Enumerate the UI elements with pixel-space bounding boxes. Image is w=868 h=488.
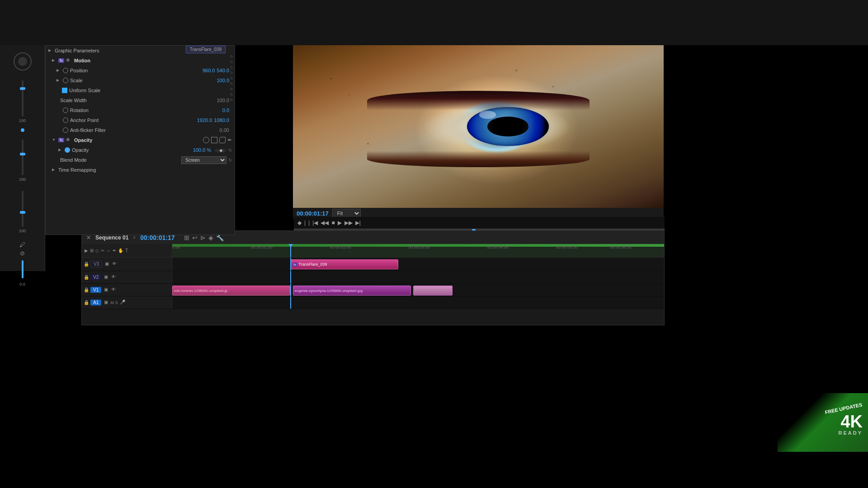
a1-m-btn[interactable]: M (110, 300, 114, 305)
opacity-fx-badge: fx (58, 138, 64, 142)
time-remap-expand-arrow[interactable]: ▶ (52, 168, 57, 172)
brush-icon[interactable]: 🖊 (19, 241, 25, 248)
slider-1-group: 100 (19, 79, 26, 123)
opacity-circle-icon[interactable] (203, 137, 209, 143)
opacity-square-icon[interactable] (211, 137, 217, 143)
fx-clip-badge: fx (292, 263, 297, 267)
anchor-x[interactable]: 1920.0 (197, 117, 212, 123)
pb-edit-icon[interactable]: | (308, 220, 310, 226)
a1-track-controls: 🔒 A1 ▣ M S 🎤 (82, 296, 172, 309)
a1-s-btn[interactable]: S (115, 300, 118, 305)
pb-add-marker-icon[interactable]: | (304, 220, 306, 226)
pb-play-icon[interactable]: ▶ (338, 220, 342, 226)
slider-2[interactable] (22, 139, 24, 175)
slider-2-value: 100 (19, 177, 26, 182)
slider-3-thumb[interactable] (20, 211, 25, 214)
opacity-reset-btn[interactable]: ↻ (228, 148, 232, 153)
v1-camera-icon[interactable]: ▣ (103, 287, 109, 293)
fit-dropdown[interactable]: Fit 25% 50% 75% 100% (332, 209, 361, 218)
ruler-right: 0:00 00:00:01:00 00:00:02:00 00:00:03:00… (172, 244, 664, 257)
opacity-back-btn[interactable]: ◁ (215, 148, 218, 153)
position-expand-arrow[interactable]: ▶ (57, 68, 61, 73)
scale-width-value: 100.0 (217, 98, 229, 103)
pb-next-icon[interactable]: ▶▶ (344, 220, 353, 226)
tool-select-icon[interactable]: ⊞ (90, 248, 94, 253)
scale-value[interactable]: 100.0 (217, 78, 229, 83)
opacity-fwd-btn[interactable]: ▷ (223, 148, 226, 153)
ruler-mark-0: 0:00 (172, 245, 180, 249)
v3-label-btn[interactable]: V3 (90, 261, 102, 267)
v1-label-btn[interactable]: V1 (90, 287, 101, 293)
anti-flicker-row: Anti-flicker Filter 0.00 (46, 125, 235, 135)
opacity-add-btn[interactable]: ◆ (219, 148, 223, 153)
a1-lock-icon[interactable]: 🔒 (84, 300, 89, 305)
v2-lock-icon[interactable]: 🔒 (84, 275, 89, 280)
position-y[interactable]: 540.0 (217, 68, 229, 73)
uniform-scale-checkbox[interactable] (62, 88, 67, 93)
pen-icon[interactable]: ✒ (227, 137, 232, 143)
anchor-expand-arrow[interactable] (57, 118, 61, 122)
tool-ripple-icon[interactable]: ◇ (95, 248, 99, 253)
a1-mic-icon[interactable]: 🎤 (119, 300, 126, 306)
rotation-expand-arrow[interactable] (57, 108, 61, 113)
slider-3[interactable] (22, 191, 24, 227)
tool-hand-icon[interactable]: ✋ (118, 248, 123, 253)
v1-eye-icon[interactable]: 👁 (110, 287, 117, 293)
time-remapping-row: ▶ Time Remapping (46, 165, 235, 175)
blend-mode-select[interactable]: Screen Normal Multiply Add (181, 156, 226, 164)
v3-camera-icon[interactable]: ▣ (104, 261, 110, 267)
anti-flicker-label: Anti-flicker Filter (70, 127, 220, 133)
position-circle-icon (63, 68, 68, 73)
v2-label-btn[interactable]: V2 (90, 274, 101, 280)
v2-eye-icon[interactable]: 👁 (110, 274, 117, 281)
opacity-value-expand[interactable]: ▶ (58, 148, 63, 152)
fx-clip[interactable]: fx TransFlare_039 (290, 259, 398, 269)
opacity-rounded-icon[interactable] (219, 137, 226, 143)
graphic-expand-arrow[interactable]: ▶ (48, 48, 53, 53)
time-remapping-label: Time Remapping (58, 167, 232, 173)
anchor-y[interactable]: 1080.0 (214, 117, 229, 123)
v2-track-controls: 🔒 V2 ▣ 👁 (82, 271, 172, 283)
position-x[interactable]: 960.0 (203, 68, 215, 73)
scale-expand-arrow[interactable]: ▶ (57, 78, 61, 83)
v1-clip-2[interactable]: eugenia-vysochyna-1155800-unsplash.jpg (293, 286, 411, 296)
pb-step-fwd-icon[interactable]: ▶| (355, 220, 361, 226)
tool-arrow-icon[interactable]: ▶ (85, 248, 88, 253)
tool-type-icon[interactable]: T (125, 248, 128, 253)
v1-clip-3[interactable] (413, 286, 453, 296)
pb-marker-icon[interactable]: ◆ (297, 220, 302, 226)
v1-lock-icon[interactable]: 🔒 (84, 287, 89, 292)
a1-speaker-icon[interactable]: ▣ (103, 300, 109, 306)
v1-playhead (290, 284, 291, 296)
opacity-expand-arrow[interactable]: ▼ (52, 138, 57, 142)
effect-icon[interactable]: ⊘ (20, 250, 25, 257)
scale-width-row: Scale Width 100.0 (46, 95, 235, 105)
level-value: 0.0 (19, 282, 25, 286)
sequence-menu-icon[interactable]: ≡ (133, 235, 136, 240)
tool-slip-icon[interactable]: ↔ (106, 248, 111, 253)
slider-2-thumb[interactable] (20, 153, 25, 155)
position-label: Position (70, 68, 203, 73)
motion-expand-arrow[interactable]: ▶ (52, 58, 57, 63)
slider-1[interactable] (22, 80, 24, 117)
blend-mode-label: Blend Mode (60, 157, 181, 163)
anti-flicker-expand-arrow[interactable] (57, 128, 61, 132)
playback-controls-bar: ◆ | | |◀ ◀◀ ■ ▶ ▶▶ ▶| (294, 217, 665, 229)
v1-track-controls: 🔒 V1 ▣ 👁 (82, 284, 172, 296)
v1-clip-1[interactable]: erik-mclean-1156091-unsplash.jp (172, 286, 290, 296)
sequence-close-btn[interactable]: ✕ (86, 235, 91, 241)
slider-1-thumb[interactable] (20, 87, 25, 90)
v3-lock-icon[interactable]: 🔒 (84, 262, 89, 267)
rotation-value[interactable]: 0.0 (222, 108, 229, 113)
motion-icon: ⊕ (66, 57, 72, 64)
tool-razor-icon[interactable]: ✂ (101, 248, 104, 253)
pb-stop-icon[interactable]: ■ (331, 220, 335, 226)
pb-step-back-icon[interactable]: |◀ (312, 220, 318, 226)
pb-prev-icon[interactable]: ◀◀ (321, 220, 329, 226)
blend-reset-btn[interactable]: ↻ (228, 158, 232, 163)
tool-pen-icon[interactable]: ✒ (113, 248, 116, 253)
scope-display (14, 52, 32, 70)
v2-camera-icon[interactable]: ▣ (103, 274, 109, 281)
a1-label-btn[interactable]: A1 (90, 300, 101, 305)
v3-eye-icon[interactable]: 👁 (111, 261, 118, 267)
